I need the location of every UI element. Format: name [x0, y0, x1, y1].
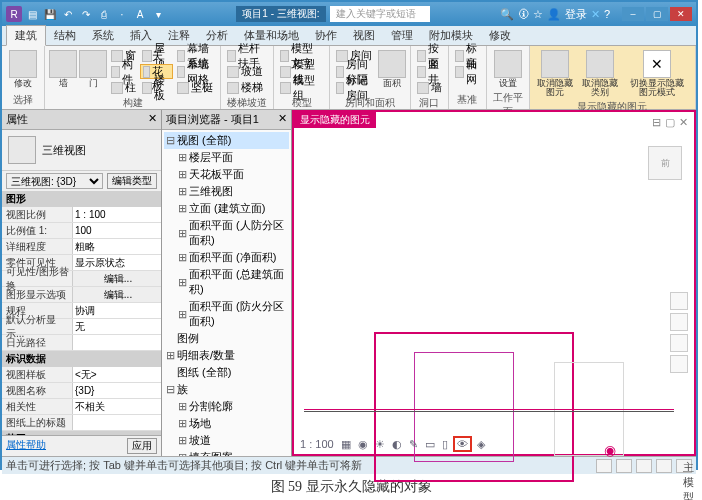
tab-systems[interactable]: 系统	[84, 26, 122, 45]
viewcube[interactable]: 前	[648, 146, 682, 180]
apply-button[interactable]: 应用	[127, 438, 157, 454]
subscription-icon[interactable]: 🛈	[518, 8, 529, 20]
tree-item[interactable]: ⊞场地	[164, 415, 289, 432]
nav-wheel-icon[interactable]	[670, 292, 688, 310]
tree-item[interactable]: ⊞立面 (建筑立面)	[164, 200, 289, 217]
search-input[interactable]: 建入关键字或短语	[330, 6, 430, 22]
stair-button[interactable]: 楼梯	[225, 80, 269, 95]
tree-item[interactable]: ⊞面积平面 (净面积)	[164, 249, 289, 266]
camera-icon[interactable]: ◉	[604, 442, 616, 458]
tree-item[interactable]: 图例	[164, 330, 289, 347]
component-button[interactable]: 构件	[109, 64, 138, 79]
view-close-icon[interactable]: ✕	[679, 116, 688, 129]
property-row[interactable]: 相关性不相关	[2, 399, 161, 415]
tab-architecture[interactable]: 建筑	[6, 25, 46, 46]
drawing-canvas[interactable]: 显示隐藏的图元 ⊟▢✕ 前 ◉ 1 : 100 ▦ ◉ ☀ ◐ ✎	[292, 110, 696, 456]
crop-icon[interactable]: ▭	[423, 438, 437, 451]
sb-icon-3[interactable]	[636, 459, 652, 473]
property-row[interactable]: 日光路径	[2, 335, 161, 351]
opening-vert-button[interactable]: 竖井	[415, 64, 444, 79]
edit-type-button[interactable]: 编辑类型	[107, 173, 157, 189]
property-row[interactable]: 视图名称{3D}	[2, 383, 161, 399]
nav-zoom-icon[interactable]	[670, 334, 688, 352]
mullion-button[interactable]: 坚梃	[175, 80, 216, 95]
close-button[interactable]: ✕	[670, 7, 692, 21]
tree-item[interactable]: ⊞楼层平面	[164, 149, 289, 166]
browser-tree[interactable]: ⊟视图 (全部)⊞楼层平面⊞天花板平面⊞三维视图⊞立面 (建筑立面)⊞面积平面 …	[162, 130, 291, 456]
curtain-grid-button[interactable]: 幕墙 网格	[175, 64, 216, 79]
infocenter-icon[interactable]: 🔍	[500, 8, 514, 21]
signin-icon[interactable]: 👤	[547, 8, 561, 21]
property-row[interactable]: 默认分析显示...无	[2, 319, 161, 335]
unhide-category-button[interactable]: 取消隐藏类别	[579, 48, 622, 99]
maximize-button[interactable]: ▢	[646, 7, 668, 21]
sb-icon-1[interactable]	[596, 459, 612, 473]
tree-item[interactable]: ⊟族	[164, 381, 289, 398]
panel-close-icon[interactable]: ✕	[148, 112, 157, 127]
tab-view[interactable]: 视图	[345, 26, 383, 45]
set-workplane-button[interactable]: 设置	[491, 48, 525, 90]
tree-item[interactable]: 图纸 (全部)	[164, 364, 289, 381]
type-selector[interactable]: 三维视图: {3D}	[6, 173, 103, 189]
door-button[interactable]: 门	[79, 48, 107, 90]
qat-more-icon[interactable]: A	[132, 6, 148, 22]
tree-item[interactable]: ⊞分割轮廓	[164, 398, 289, 415]
view-max-icon[interactable]: ▢	[665, 116, 675, 129]
qat-redo-icon[interactable]: ↷	[78, 6, 94, 22]
wall-button[interactable]: 墙	[49, 48, 77, 90]
qat-undo-icon[interactable]: ↶	[60, 6, 76, 22]
tree-item[interactable]: ⊞填充图案	[164, 449, 289, 456]
scale-control[interactable]: 1 : 100	[298, 438, 336, 450]
tree-item[interactable]: ⊞三维视图	[164, 183, 289, 200]
property-row[interactable]: 图形显示选项编辑...	[2, 287, 161, 303]
favorites-icon[interactable]: ☆	[533, 8, 543, 21]
modify-button[interactable]: 修改	[6, 48, 40, 90]
tree-item[interactable]: ⊟视图 (全部)	[164, 132, 289, 149]
nav-orbit-icon[interactable]	[670, 355, 688, 373]
qat-open-icon[interactable]: ▤	[24, 6, 40, 22]
property-row[interactable]: 视图比例1 : 100	[2, 207, 161, 223]
tab-modify[interactable]: 修改	[481, 26, 519, 45]
tree-item[interactable]: ⊞明细表/数量	[164, 347, 289, 364]
grid-button[interactable]: 轴网	[453, 64, 482, 79]
crop-region-icon[interactable]: ▯	[440, 438, 450, 451]
reveal-hidden-icon[interactable]: 👁	[453, 436, 472, 452]
temp-hide-icon[interactable]: ◈	[475, 438, 487, 451]
sb-icon-2[interactable]	[616, 459, 632, 473]
minimize-button[interactable]: –	[622, 7, 644, 21]
qat-print-icon[interactable]: ⎙	[96, 6, 112, 22]
ramp-button[interactable]: 坡道	[225, 64, 269, 79]
help-icon[interactable]: ?	[604, 8, 610, 20]
property-row[interactable]: 图纸上的标题	[2, 415, 161, 431]
sb-icon-4[interactable]	[656, 459, 672, 473]
render-icon[interactable]: ✎	[407, 438, 420, 451]
railing-button[interactable]: 栏杆扶手	[225, 48, 269, 63]
property-row[interactable]: 比例值 1:100	[2, 223, 161, 239]
column-button[interactable]: 柱	[109, 80, 138, 95]
signin-label[interactable]: 登录	[565, 7, 587, 22]
shadows-icon[interactable]: ◐	[390, 438, 404, 451]
qat-dropdown-icon[interactable]: ▾	[150, 6, 166, 22]
tree-item[interactable]: ⊞面积平面 (防火分区面积)	[164, 298, 289, 330]
workset-selector[interactable]: 主模型	[676, 459, 692, 473]
toggle-reveal-button[interactable]: ✕切换显示隐藏图元模式	[624, 48, 691, 99]
nav-pan-icon[interactable]	[670, 313, 688, 331]
browser-close-icon[interactable]: ✕	[278, 112, 287, 127]
property-row[interactable]: 详细程度粗略	[2, 239, 161, 255]
view-options-icon[interactable]: ⊟	[652, 116, 661, 129]
properties-help-link[interactable]: 属性帮助	[6, 438, 46, 454]
property-row[interactable]: 可见性/图形替换编辑...	[2, 271, 161, 287]
tree-item[interactable]: ⊞天花板平面	[164, 166, 289, 183]
tree-item[interactable]: ⊞面积平面 (总建筑面积)	[164, 266, 289, 298]
area-button[interactable]: 面积	[378, 48, 406, 90]
property-row[interactable]: 视图样板<无>	[2, 367, 161, 383]
qat-save-icon[interactable]: 💾	[42, 6, 58, 22]
opening-wall-button[interactable]: 墙	[415, 80, 444, 95]
floor-button[interactable]: 楼板	[140, 80, 173, 95]
visual-style-icon[interactable]: ◉	[356, 438, 370, 451]
tab-manage[interactable]: 管理	[383, 26, 421, 45]
model-group-button[interactable]: 模型组	[278, 80, 324, 95]
exchange-icon[interactable]: ✕	[591, 8, 600, 21]
unhide-element-button[interactable]: 取消隐藏图元	[534, 48, 577, 99]
tree-item[interactable]: ⊞坡道	[164, 432, 289, 449]
